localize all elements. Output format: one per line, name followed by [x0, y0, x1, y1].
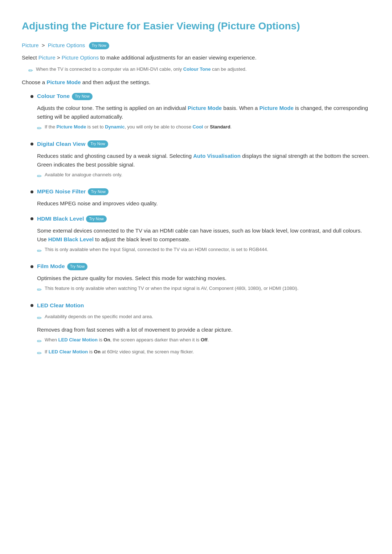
bullet-row-led: LED Clear Motion [30, 301, 370, 310]
hdmi-body: Some external devices connected to the T… [37, 226, 370, 256]
colour-tone-body: Adjusts the colour tone. The setting is … [37, 104, 370, 133]
led-note2-icon: ✏ [37, 337, 42, 346]
led-body: ✏ Availability depends on the specific m… [37, 313, 370, 358]
led-note1: ✏ Availability depends on the specific m… [37, 313, 370, 323]
led-note3: ✏ If LED Clear Motion is On at 60Hz vide… [37, 348, 370, 358]
dcv-note-icon: ✏ [37, 172, 42, 181]
colour-tone-body-link2: Picture Mode [260, 105, 294, 111]
try-now-hdmi[interactable]: Try Now [86, 216, 107, 223]
bullet-row-colour-tone: Colour Tone Try Now [30, 92, 370, 101]
colour-tone-body-link1: Picture Mode [188, 105, 222, 111]
intro-link-picture-options[interactable]: Picture Options [62, 54, 99, 61]
list-item-mpeg: MPEG Noise Filter Try Now Reduces MPEG n… [30, 187, 370, 208]
bullet-dot-mpeg [30, 190, 33, 193]
dcv-title: Digital Clean View [37, 140, 85, 149]
film-body: Optimises the picture quality for movies… [37, 274, 370, 295]
intro-after: to make additional adjustments for an ea… [99, 54, 256, 61]
bullet-row-mpeg: MPEG Noise Filter Try Now [30, 187, 370, 196]
hdmi-note-icon: ✏ [37, 246, 42, 256]
bullet-dot-dcv [30, 143, 33, 145]
hdmi-note: ✏ This is only available when the Input … [37, 246, 370, 256]
list-item-colour-tone: Colour Tone Try Now Adjusts the colour t… [30, 92, 370, 133]
intro-text: Select Picture > Picture Options to make… [22, 53, 370, 62]
picture-mode-link: Picture Mode [46, 79, 81, 85]
dcv-note: ✏ Available for analogue channels only. [37, 171, 370, 181]
list-item-digital-clean-view: Digital Clean View Try Now Reduces stati… [30, 140, 370, 181]
led-note2-link1: LED Clear Motion [58, 337, 98, 342]
led-note2-on: On [104, 337, 110, 342]
led-note2-text: When LED Clear Motion is On, the screen … [45, 336, 209, 344]
colour-tone-link-note: Colour Tone [183, 66, 211, 72]
bullet-dot-hdmi [30, 217, 33, 220]
note-icon-computer: ✏ [28, 66, 33, 75]
bullet-row-film: Film Mode Try Now [30, 262, 370, 271]
colour-tone-note: ✏ If the Picture Mode is set to Dynamic,… [37, 123, 370, 133]
page-title: Adjusting the Picture for Easier Viewing… [22, 18, 370, 34]
film-note-text: This feature is only available when watc… [45, 285, 298, 292]
breadcrumb: Picture > Picture Options Try Now [22, 41, 370, 50]
led-title: LED Clear Motion [37, 301, 84, 310]
dcv-body: Reduces static and ghosting caused by a … [37, 152, 370, 181]
bullet-dot-colour-tone [30, 95, 33, 98]
try-now-dcv[interactable]: Try Now [87, 140, 108, 148]
dcv-auto-vis-link: Auto Visualisation [193, 153, 241, 159]
led-note3-link1: LED Clear Motion [49, 349, 88, 354]
film-note: ✏ This feature is only available when wa… [37, 285, 370, 295]
list-item-hdmi-black: HDMI Black Level Try Now Some external d… [30, 214, 370, 255]
dcv-note-text: Available for analogue channels only. [45, 171, 122, 179]
breadcrumb-picture-options[interactable]: Picture Options [48, 42, 85, 48]
led-note3-icon: ✏ [37, 349, 42, 358]
choose-text: Choose a Picture Mode and then adjust th… [22, 78, 370, 87]
colour-tone-note-text: If the Picture Mode is set to Dynamic, y… [45, 123, 232, 131]
led-note1-text: Availability depends on the specific mod… [45, 313, 153, 321]
hdmi-title: HDMI Black Level [37, 214, 84, 223]
intro-chevron: > [56, 54, 62, 61]
try-now-colour-tone[interactable]: Try Now [72, 93, 93, 100]
film-note-icon: ✏ [37, 285, 42, 295]
try-now-mpeg[interactable]: Try Now [88, 188, 109, 196]
bullet-dot-led [30, 304, 33, 307]
note-computer: ✏ When the TV is connected to a computer… [28, 66, 370, 75]
hdmi-body-link1: HDMI Black Level [48, 236, 94, 242]
led-note3-text: If LED Clear Motion is On at 60Hz video … [45, 348, 194, 356]
led-note2-off: Off [201, 337, 208, 342]
colour-tone-note-link2: Dynamic [105, 124, 124, 130]
colour-tone-title: Colour Tone [37, 92, 70, 101]
try-now-film[interactable]: Try Now [67, 263, 88, 270]
note-computer-text: When the TV is connected to a computer v… [36, 66, 246, 73]
items-list: Colour Tone Try Now Adjusts the colour t… [30, 92, 370, 358]
try-now-badge-header[interactable]: Try Now [89, 42, 110, 49]
led-note2: ✏ When LED Clear Motion is On, the scree… [37, 336, 370, 346]
hdmi-note-text: This is only available when the Input Si… [45, 246, 268, 254]
bullet-dot-film [30, 265, 33, 268]
bullet-row-dcv: Digital Clean View Try Now [30, 140, 370, 149]
film-title: Film Mode [37, 262, 65, 271]
colour-tone-note-link4: Standard [210, 124, 230, 130]
led-note3-on: On [94, 349, 101, 354]
list-item-film-mode: Film Mode Try Now Optimises the picture … [30, 262, 370, 294]
bullet-row-hdmi: HDMI Black Level Try Now [30, 214, 370, 223]
mpeg-title: MPEG Noise Filter [37, 187, 86, 196]
breadcrumb-chevron: > [42, 42, 46, 48]
colour-tone-note-icon: ✏ [37, 124, 42, 133]
list-item-led-clear-motion: LED Clear Motion ✏ Availability depends … [30, 301, 370, 358]
colour-tone-note-link1: Picture Mode [57, 124, 86, 130]
colour-tone-note-link3: Cool [193, 124, 203, 130]
intro-link-picture[interactable]: Picture [38, 54, 56, 61]
led-body-text: Removes drag from fast scenes with a lot… [37, 325, 370, 334]
breadcrumb-picture[interactable]: Picture [22, 42, 39, 48]
led-note1-icon: ✏ [37, 313, 42, 323]
mpeg-body: Reduces MPEG noise and improves video qu… [37, 199, 370, 208]
intro-before: Select [22, 54, 38, 61]
